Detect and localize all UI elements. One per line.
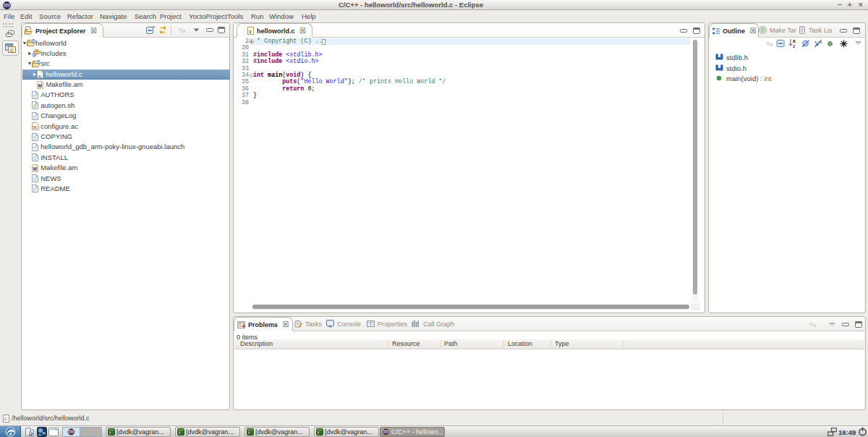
svg-text:c: c [39,73,42,78]
svg-text:C: C [38,60,41,64]
svg-text:h: h [33,53,35,57]
svg-text:ac: ac [33,124,38,130]
svg-text:c: c [249,29,252,34]
svg-text:C: C [10,48,14,53]
svg-text:C: C [32,39,35,43]
svg-text:c: c [4,416,7,421]
svg-text:z: z [793,43,796,48]
svg-text:M: M [33,166,38,171]
svg-text:M: M [38,83,43,88]
